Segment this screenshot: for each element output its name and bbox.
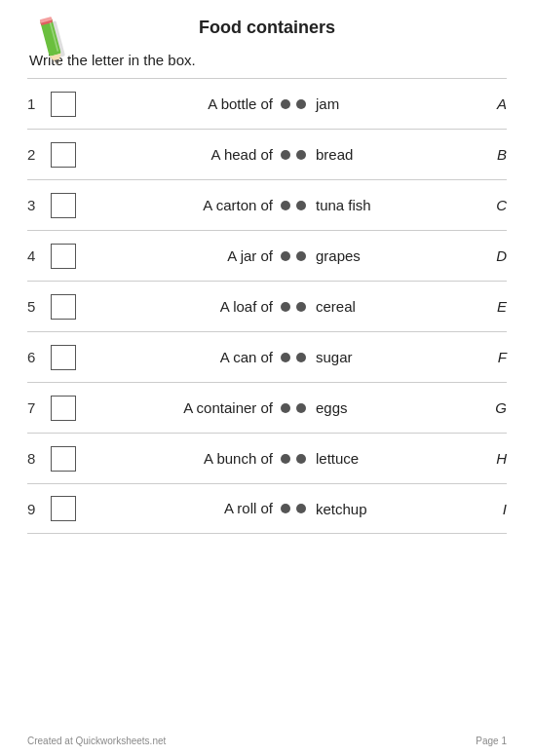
row-number: 9	[27, 501, 47, 517]
page: Food containers Write the letter in the …	[0, 0, 534, 756]
connector-dot-right	[296, 302, 306, 312]
phrase-label: A loaf of	[86, 297, 279, 317]
right-row: grapesD	[290, 230, 507, 281]
match-letter: C	[487, 197, 507, 213]
match-word: cereal	[316, 298, 487, 315]
row-number: 2	[27, 146, 47, 163]
right-row: jamA	[290, 78, 507, 129]
connector-dot-left	[281, 150, 290, 160]
connector-dot-right	[296, 99, 306, 109]
phrase-label: A roll of	[86, 499, 279, 518]
row-number: 4	[27, 247, 47, 264]
row-number: 8	[27, 450, 47, 467]
answer-box[interactable]	[51, 396, 76, 421]
connector-dot-right	[296, 201, 306, 210]
connector-dot-left	[281, 454, 290, 464]
connector-dot-right	[296, 504, 306, 513]
phrase-label: A jar of	[86, 246, 279, 266]
match-word: lettuce	[316, 450, 487, 467]
answer-box[interactable]	[51, 193, 76, 218]
phrase-label: A bunch of	[86, 449, 279, 469]
match-letter: A	[487, 95, 507, 112]
answer-box[interactable]	[51, 142, 76, 168]
connector-dot-left	[281, 302, 290, 312]
connector-dot-left	[281, 504, 290, 513]
connector-dot-right	[296, 403, 306, 413]
left-row: 8A bunch of	[27, 433, 290, 483]
answer-box[interactable]	[51, 496, 76, 521]
connector-dot-left	[281, 353, 290, 362]
match-word: ketchup	[316, 501, 487, 517]
phrase-label: A carton of	[86, 196, 279, 215]
right-row: sugarF	[290, 331, 507, 382]
match-letter: E	[487, 298, 507, 315]
right-column: jamAbreadBtuna fishCgrapesDcerealEsugarF…	[290, 78, 507, 534]
connector-dot-left	[281, 99, 290, 109]
answer-box[interactable]	[51, 345, 76, 370]
left-row: 7A container of	[27, 382, 290, 433]
right-row: eggsG	[290, 382, 507, 433]
left-row: 2A head of	[27, 129, 290, 179]
match-word: sugar	[316, 349, 487, 365]
left-row: 4A jar of	[27, 230, 290, 281]
right-row: lettuceH	[290, 433, 507, 483]
answer-box[interactable]	[51, 244, 76, 269]
match-letter: F	[487, 349, 507, 365]
match-word: eggs	[316, 399, 487, 416]
left-row: 3A carton of	[27, 179, 290, 230]
match-letter: H	[487, 450, 507, 467]
phrase-label: A can of	[86, 348, 279, 367]
phrase-label: A container of	[86, 398, 279, 418]
answer-box[interactable]	[51, 446, 76, 472]
instruction-text: Write the letter in the box.	[29, 52, 507, 68]
phrase-label: A head of	[86, 145, 279, 165]
phrase-label: A bottle of	[86, 94, 279, 114]
left-row: 9A roll of	[27, 483, 290, 534]
match-word: grapes	[316, 247, 487, 264]
page-title: Food containers	[199, 18, 335, 38]
left-column: 1A bottle of2A head of3A carton of4A jar…	[27, 78, 290, 534]
left-row: 5A loaf of	[27, 281, 290, 331]
match-word: bread	[316, 146, 487, 163]
right-row: cerealE	[290, 281, 507, 331]
connector-dot-right	[296, 251, 306, 261]
row-number: 1	[27, 95, 47, 112]
row-number: 3	[27, 197, 47, 213]
answer-box[interactable]	[51, 294, 76, 320]
connector-dot-left	[281, 403, 290, 413]
row-number: 6	[27, 349, 47, 365]
connector-dot-right	[296, 454, 306, 464]
match-letter: G	[487, 399, 507, 416]
answer-box[interactable]	[51, 92, 76, 117]
left-row: 6A can of	[27, 331, 290, 382]
right-row: breadB	[290, 129, 507, 179]
left-row: 1A bottle of	[27, 78, 290, 129]
match-letter: I	[487, 501, 507, 517]
match-word: tuna fish	[316, 197, 487, 213]
connector-dot-left	[281, 251, 290, 261]
match-word: jam	[316, 95, 487, 112]
match-letter: D	[487, 247, 507, 264]
connector-dot-right	[296, 353, 306, 362]
connector-dot-right	[296, 150, 306, 160]
match-letter: B	[487, 146, 507, 163]
right-row: tuna fishC	[290, 179, 507, 230]
header: Food containers	[27, 18, 507, 38]
right-row: ketchupI	[290, 483, 507, 534]
row-number: 5	[27, 298, 47, 315]
footer: Created at Quickworksheets.net Page 1	[27, 736, 507, 746]
main-content: 1A bottle of2A head of3A carton of4A jar…	[27, 78, 507, 534]
connector-dot-left	[281, 201, 290, 210]
pencil-icon	[27, 12, 80, 76]
footer-right: Page 1	[476, 736, 507, 746]
footer-left: Created at Quickworksheets.net	[27, 736, 166, 746]
row-number: 7	[27, 399, 47, 416]
